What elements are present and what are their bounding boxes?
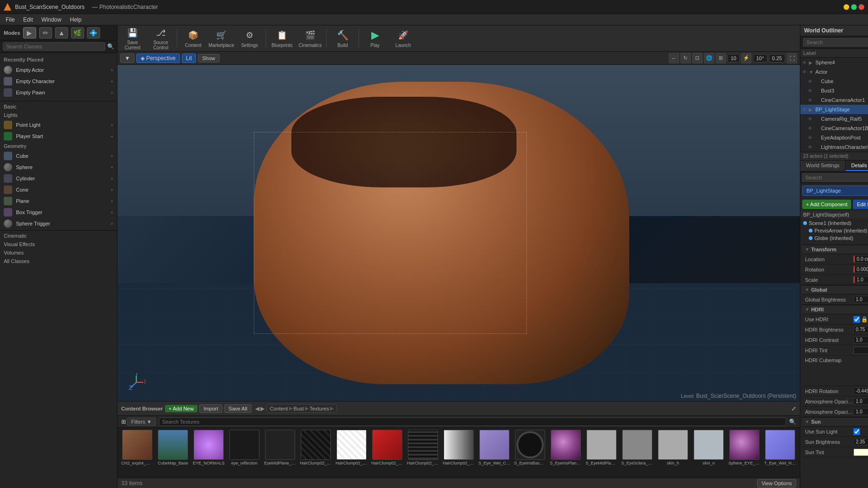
maximize-button[interactable] bbox=[851, 4, 857, 10]
use-sun-checkbox[interactable] bbox=[853, 428, 860, 435]
asset-skin-h[interactable]: skin_h bbox=[657, 430, 689, 465]
import-button[interactable]: Import bbox=[199, 404, 222, 413]
search-classes-input[interactable] bbox=[3, 42, 105, 51]
add-component-button[interactable]: + Add Component bbox=[802, 200, 851, 209]
maximize-viewport[interactable]: ⛶ bbox=[787, 53, 797, 63]
outliner-item-bp-lightstage[interactable]: 👁 ▶ BP_LightStage Edit BP bbox=[800, 105, 868, 114]
comp-previs-arrow[interactable]: PrevisArrow (Inherited) bbox=[806, 227, 868, 234]
asset-hairclump-depth[interactable]: HairClump02_Depth bbox=[336, 430, 368, 465]
menu-help[interactable]: Help bbox=[66, 15, 86, 24]
search-submit-icon[interactable]: 🔍 bbox=[789, 418, 796, 425]
breadcrumb-bust[interactable]: Bust bbox=[294, 406, 304, 411]
hdri-rotation-input[interactable] bbox=[853, 387, 868, 395]
actor-plane[interactable]: Plane + bbox=[0, 195, 117, 207]
outliner-search-input[interactable] bbox=[803, 38, 868, 46]
menu-window[interactable]: Window bbox=[38, 15, 65, 24]
save-all-button[interactable]: Save All bbox=[224, 404, 251, 413]
close-button[interactable] bbox=[859, 4, 864, 10]
lit-button[interactable]: Lit bbox=[182, 54, 196, 63]
camera-speed[interactable]: ⚡ bbox=[741, 53, 751, 63]
asset-eye-iris-normals[interactable]: S_EyeIrisPlane_Normals bbox=[550, 430, 582, 465]
minimize-button[interactable] bbox=[844, 4, 849, 10]
view-options-button[interactable]: View Options bbox=[757, 479, 796, 488]
menu-file[interactable]: File bbox=[2, 15, 18, 24]
mode-btn-3[interactable]: ▲ bbox=[55, 27, 68, 39]
show-button[interactable]: Show bbox=[198, 54, 219, 62]
content-button[interactable]: 📦 Content bbox=[180, 27, 206, 50]
perspective-button[interactable]: ◈ Perspective bbox=[136, 54, 180, 63]
actor-sphere-trigger[interactable]: Sphere Trigger + bbox=[0, 218, 117, 229]
scale-x[interactable] bbox=[853, 276, 868, 283]
hdri-brightness-input[interactable] bbox=[853, 326, 868, 333]
asset-hairclump-dyemask[interactable]: HairClump02_DyeMask bbox=[371, 430, 403, 465]
rotation-x[interactable] bbox=[853, 266, 868, 273]
asset-hairclump-roots[interactable]: HairClump02_Roots bbox=[407, 430, 439, 465]
asset-t-eye-wet-normal[interactable]: T_Eye_Wet_Normal bbox=[764, 430, 796, 465]
category-all-classes[interactable]: All Classes bbox=[0, 257, 117, 265]
actor-player-start[interactable]: Player Start + bbox=[0, 131, 117, 142]
use-hdri-checkbox[interactable] bbox=[853, 316, 860, 323]
hdri-tint-swatch[interactable] bbox=[853, 347, 868, 354]
edit-bp-button[interactable]: Edit BP bbox=[853, 200, 868, 209]
details-tab[interactable]: Details bbox=[845, 161, 868, 171]
category-geometry[interactable]: Geometry bbox=[0, 142, 117, 150]
grid-view-icon[interactable]: ⊞ bbox=[121, 418, 126, 425]
grid-size[interactable]: 10 bbox=[727, 54, 740, 62]
actor-point-light[interactable]: Point Light + bbox=[0, 119, 117, 131]
sun-brightness-input[interactable] bbox=[853, 438, 868, 445]
category-lights[interactable]: Lights bbox=[0, 111, 117, 119]
world-tool[interactable]: 🌐 bbox=[704, 53, 714, 63]
translate-tool[interactable]: ↔ bbox=[669, 53, 679, 63]
add-new-button[interactable]: + Add New bbox=[165, 405, 198, 412]
scale-tool[interactable]: ⊡ bbox=[692, 53, 703, 63]
global-brightness-input[interactable] bbox=[853, 296, 868, 303]
asset-hairclump-alpha[interactable]: HairClump02_Alpha bbox=[300, 430, 332, 465]
nav-back[interactable]: ◀ bbox=[255, 405, 259, 412]
comp-globe[interactable]: Globe (Inherited) bbox=[806, 234, 868, 242]
cinematics-button[interactable]: 🎬 Cinematics bbox=[297, 27, 323, 50]
mode-btn-2[interactable]: ✏ bbox=[39, 27, 52, 39]
asset-eye-reflection[interactable]: eye_reflection bbox=[228, 430, 260, 465]
actor-box-trigger[interactable]: Box Trigger + bbox=[0, 207, 117, 218]
asset-eye-wet-color[interactable]: S_Eye_Wet_Color bbox=[478, 430, 510, 465]
surface-snapping[interactable]: ⊞ bbox=[716, 53, 726, 63]
hdri-section[interactable]: HDRI bbox=[802, 305, 868, 314]
viewport[interactable]: X Y Z Level: Bust_ScanScene_Outdoors (Pe… bbox=[117, 65, 800, 401]
hdri-contrast-input[interactable] bbox=[853, 336, 868, 343]
save-current-button[interactable]: 💾 Save Current bbox=[119, 27, 146, 50]
build-button[interactable]: 🔨 Build bbox=[329, 27, 356, 50]
asset-ch2[interactable]: CH2_exp04_merged_spec_FC_FINAL bbox=[121, 430, 153, 465]
content-browser-search[interactable] bbox=[159, 418, 786, 426]
asset-eye-sclera[interactable]: S_EyeSclera_BaseColor bbox=[621, 430, 653, 465]
breadcrumb-textures[interactable]: Textures bbox=[310, 406, 329, 411]
asset-cubemap[interactable]: CubeMap_Base bbox=[157, 430, 189, 465]
world-settings-tab[interactable]: World Settings bbox=[800, 161, 845, 171]
details-search-input[interactable] bbox=[802, 173, 868, 182]
category-cinematic[interactable]: Cinematic bbox=[0, 232, 117, 240]
rotate-tool[interactable]: ↻ bbox=[680, 53, 691, 63]
atm-opacity-h-input[interactable] bbox=[853, 398, 868, 405]
category-basic[interactable]: Basic bbox=[0, 102, 117, 111]
asset-hairclump-normal[interactable]: HairClump02_Normal bbox=[443, 430, 475, 465]
snap-angle[interactable]: 10° bbox=[753, 54, 767, 62]
sun-section[interactable]: Sun bbox=[802, 417, 868, 426]
cb-expand[interactable]: ⤢ bbox=[791, 405, 796, 412]
category-volumes[interactable]: Volumes bbox=[0, 248, 117, 257]
location-x[interactable] bbox=[853, 256, 868, 263]
launch-button[interactable]: 🚀 Launch bbox=[390, 27, 416, 50]
mode-btn-1[interactable]: ▶ bbox=[23, 27, 36, 39]
global-section[interactable]: Global bbox=[802, 285, 868, 294]
filters-button[interactable]: Filters ▼ bbox=[127, 418, 156, 426]
recently-placed-header[interactable]: Recently Placed bbox=[0, 55, 117, 64]
marketplace-button[interactable]: 🛒 Marketplace bbox=[208, 27, 235, 50]
actor-cylinder[interactable]: Cylinder + bbox=[0, 173, 117, 184]
outliner-item-cinecam1b[interactable]: 👁 CineCameraActor1B CineCam bbox=[806, 124, 868, 133]
actor-empty-character[interactable]: Empty Character + bbox=[0, 76, 117, 87]
outliner-item-eye-adaption[interactable]: 👁 EyeAdaptionPost PostP bbox=[806, 133, 868, 142]
outliner-item-lightmass[interactable]: 👁 LightmassCharacterIndirectDetailVol... bbox=[806, 142, 868, 152]
outliner-item-cinecam1[interactable]: 👁 CineCameraActor1 CineCam bbox=[806, 95, 868, 105]
transform-section[interactable]: Transform bbox=[802, 245, 868, 254]
outliner-item-actor[interactable]: 👁 ▼ Actor Actor bbox=[800, 67, 868, 77]
outliner-item-cube[interactable]: 👁 Cube StaticMesh bbox=[806, 77, 868, 86]
source-control-button[interactable]: ⎇ Source Control bbox=[148, 27, 174, 50]
